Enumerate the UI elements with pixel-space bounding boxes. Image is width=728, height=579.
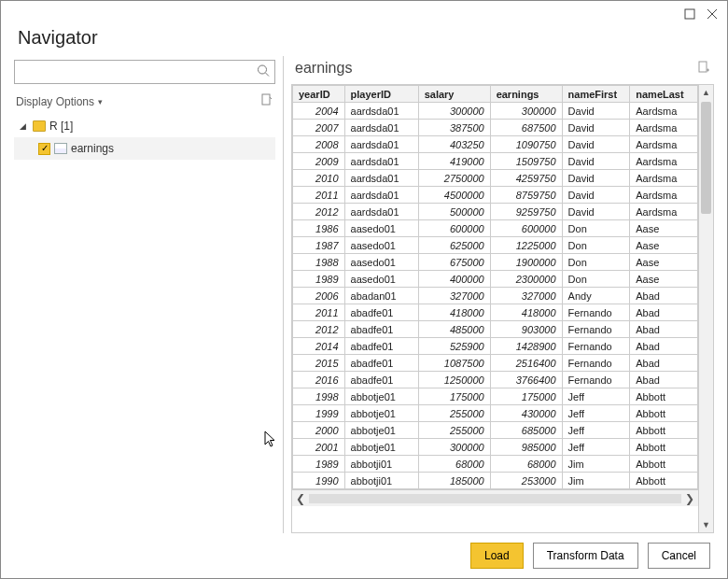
table-cell: aardsda01: [344, 170, 418, 187]
table-cell: abbotje01: [344, 388, 418, 405]
table-cell: 2016: [293, 372, 345, 388]
table-cell: 185000: [418, 473, 490, 489]
table-row[interactable]: 2004aardsda01300000300000DavidAardsma: [293, 103, 698, 120]
table-cell: David: [562, 153, 630, 170]
tree-node-earnings[interactable]: earnings: [14, 137, 275, 160]
table-cell: 600000: [490, 220, 562, 237]
scroll-left-icon[interactable]: ❮: [292, 492, 309, 505]
table-row[interactable]: 2011abadfe01418000418000FernandoAbad: [293, 304, 698, 321]
table-row[interactable]: 1986aasedo01600000600000DonAase: [293, 220, 698, 237]
col-header[interactable]: playerID: [344, 86, 418, 103]
col-header[interactable]: nameLast: [630, 86, 698, 103]
table-cell: Aardsma: [630, 153, 698, 170]
table-row[interactable]: 2001abbotje01300000985000JeffAbbott: [293, 439, 698, 456]
navigator-tree: ◢ R [1] earnings: [14, 115, 275, 160]
table-cell: David: [562, 103, 630, 120]
table-row[interactable]: 2012aardsda015000009259750DavidAardsma: [293, 204, 698, 220]
transform-data-button[interactable]: Transform Data: [533, 543, 638, 569]
table-row[interactable]: 2015abadfe0110875002516400FernandoAbad: [293, 355, 698, 372]
table-row[interactable]: 2006abadan01327000327000AndyAbad: [293, 288, 698, 304]
table-cell: 600000: [418, 220, 490, 237]
search-input[interactable]: [14, 60, 275, 84]
table-cell: Fernando: [562, 321, 630, 338]
table-cell: David: [562, 170, 630, 187]
search-icon[interactable]: [257, 64, 270, 80]
tree-checkbox[interactable]: [38, 143, 50, 155]
table-cell: abadan01: [344, 288, 418, 304]
table-cell: 9259750: [490, 204, 562, 220]
table-cell: David: [562, 204, 630, 220]
table-row[interactable]: 2007aardsda01387500687500DavidAardsma: [293, 120, 698, 136]
close-button[interactable]: [703, 5, 721, 23]
table-row[interactable]: 2008aardsda014032501090750DavidAardsma: [293, 136, 698, 153]
minimize-button[interactable]: [680, 5, 699, 23]
table-row[interactable]: 1989abbotji016800068000JimAbbott: [293, 456, 698, 473]
table-cell: Fernando: [562, 304, 630, 321]
horizontal-scrollbar[interactable]: ❮ ❯: [292, 489, 698, 506]
table-cell: 1990: [293, 473, 345, 489]
table-cell: 2009: [293, 153, 345, 170]
table-cell: Aase: [630, 220, 698, 237]
table-icon: [54, 143, 67, 154]
table-row[interactable]: 2009aardsda014190001509750DavidAardsma: [293, 153, 698, 170]
table-row[interactable]: 2011aardsda0145000008759750DavidAardsma: [293, 187, 698, 204]
svg-rect-5: [262, 94, 270, 105]
table-cell: 1999: [293, 405, 345, 422]
table-row[interactable]: 1990abbotji01185000253000JimAbbott: [293, 473, 698, 489]
table-cell: Jeff: [562, 405, 630, 422]
tree-node-label: R [1]: [49, 120, 73, 133]
table-cell: 1998: [293, 388, 345, 405]
table-row[interactable]: 2010aardsda0127500004259750DavidAardsma: [293, 170, 698, 187]
table-row[interactable]: 1999abbotje01255000430000JeffAbbott: [293, 405, 698, 422]
table-cell: 1987: [293, 237, 345, 254]
table-row[interactable]: 2014abadfe015259001428900FernandoAbad: [293, 338, 698, 355]
table-row[interactable]: 1998abbotje01175000175000JeffAbbott: [293, 388, 698, 405]
table-cell: aardsda01: [344, 120, 418, 136]
refresh-preview-icon[interactable]: [260, 93, 273, 109]
folder-icon: [33, 120, 46, 132]
table-cell: aasedo01: [344, 254, 418, 271]
table-cell: 675000: [418, 254, 490, 271]
table-cell: Abad: [630, 321, 698, 338]
table-cell: 625000: [418, 237, 490, 254]
vertical-scrollbar[interactable]: ▲ ▼: [698, 85, 713, 532]
search-wrap: [14, 60, 275, 84]
table-row[interactable]: 1989aasedo014000002300000DonAase: [293, 271, 698, 288]
chevron-down-icon: ▾: [98, 97, 103, 106]
display-options-dropdown[interactable]: Display Options ▾: [16, 95, 103, 108]
table-row[interactable]: 2016abadfe0112500003766400FernandoAbad: [293, 372, 698, 388]
navigator-dialog: Navigator Display Options ▾ ◢: [0, 0, 728, 579]
table-row[interactable]: 2000abbotje01255000685000JeffAbbott: [293, 422, 698, 439]
table-cell: 1250000: [418, 372, 490, 388]
col-header[interactable]: yearID: [293, 86, 345, 103]
scroll-down-icon[interactable]: ▼: [699, 517, 713, 532]
h-scroll-track[interactable]: [309, 494, 681, 503]
cancel-button[interactable]: Cancel: [648, 543, 710, 569]
tree-node-root[interactable]: ◢ R [1]: [14, 115, 275, 137]
preview-grid-scroll[interactable]: yearID playerID salary earnings nameFirs…: [292, 85, 698, 532]
col-header[interactable]: earnings: [490, 86, 562, 103]
col-header[interactable]: salary: [418, 86, 490, 103]
table-cell: Andy: [562, 288, 630, 304]
scroll-right-icon[interactable]: ❯: [681, 492, 698, 505]
table-cell: Don: [562, 271, 630, 288]
v-scroll-thumb[interactable]: [701, 102, 711, 214]
scroll-up-icon[interactable]: ▲: [699, 85, 713, 100]
table-cell: 8759750: [490, 187, 562, 204]
load-button[interactable]: Load: [470, 543, 524, 569]
table-row[interactable]: 1988aasedo016750001900000DonAase: [293, 254, 698, 271]
table-row[interactable]: 2012abadfe01485000903000FernandoAbad: [293, 321, 698, 338]
table-row[interactable]: 1987aasedo016250001225000DonAase: [293, 237, 698, 254]
table-cell: Aase: [630, 254, 698, 271]
table-cell: 418000: [490, 304, 562, 321]
table-cell: abbotje01: [344, 405, 418, 422]
table-cell: 903000: [490, 321, 562, 338]
add-column-icon[interactable]: [697, 61, 710, 77]
table-cell: 2000: [293, 422, 345, 439]
table-cell: aardsda01: [344, 103, 418, 120]
v-scroll-track[interactable]: [699, 100, 713, 517]
table-cell: 1509750: [490, 153, 562, 170]
table-cell: 1090750: [490, 136, 562, 153]
table-cell: 1989: [293, 456, 345, 473]
col-header[interactable]: nameFirst: [562, 86, 630, 103]
